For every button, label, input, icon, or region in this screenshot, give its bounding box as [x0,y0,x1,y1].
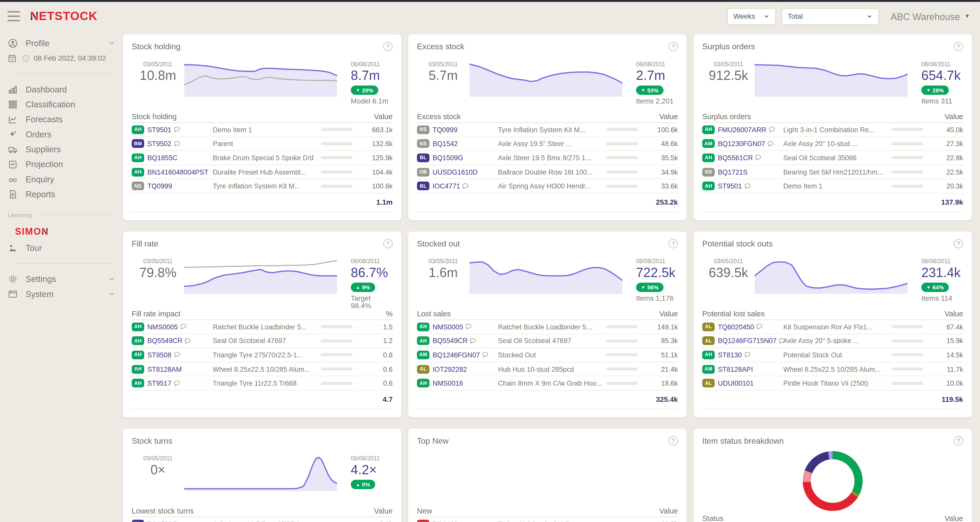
item-description: Tyre Inflation System Kit M... [213,182,321,190]
stat-sub-label: Items 2,201 [636,97,678,105]
item-value: 48.6k [643,140,678,148]
comment-bubble-icon[interactable] [767,138,774,145]
item-code-link[interactable]: NMS0016 [433,379,463,387]
item-code-link[interactable]: UDUI00101 [718,379,754,387]
item-code-link[interactable]: TQ6020450 [718,323,754,330]
comment-bubble-icon[interactable] [469,336,477,343]
status-badge: AH [132,168,144,176]
sidebar-item-projection[interactable]: Projection [0,157,123,171]
comment-bubble-icon[interactable] [756,322,763,328]
start-value: 912.5k [702,68,755,83]
item-code-link[interactable]: BQ1246FGN07 [433,351,480,359]
sidebar-item-classification[interactable]: Classification [0,97,123,112]
item-code-link[interactable]: ST8128API [718,365,753,373]
item-code-link[interactable]: BQ5561CR [718,154,753,162]
item-code-link[interactable]: BQ4461 [433,520,458,522]
item-code-link[interactable]: ST8130 [718,351,742,359]
comment-bubble-icon[interactable] [173,350,180,357]
table-label: Lost sales [417,309,450,318]
item-code-link[interactable]: BQ1542 [433,140,458,148]
caret-down-icon: ▼ [964,13,970,19]
comment-bubble-icon[interactable] [744,350,751,357]
status-badge: AH [702,182,715,190]
item-code-link[interactable]: BQ1509G [147,520,178,522]
comment-bubble-icon[interactable] [173,378,180,385]
item-code-link[interactable]: ST8128AM [147,365,181,373]
scope-select[interactable]: Total [781,8,879,25]
item-code-link[interactable]: ST9501 [718,182,742,190]
comment-bubble-icon[interactable] [465,322,472,328]
item-code-link[interactable]: BQ1230FGN07 [718,140,765,148]
item-code-link[interactable]: BQ1855C [147,154,177,162]
menu-icon[interactable] [8,11,20,21]
item-code-link[interactable]: TQ0999 [147,182,172,190]
warehouse-dropdown[interactable]: ABC Warehouse▼ [891,11,970,22]
item-code-link[interactable]: NMS0005 [433,323,463,330]
item-code-link[interactable]: BQ1509G [433,154,463,162]
comment-bubble-icon[interactable] [768,124,775,131]
sidebar-item-forecasts[interactable]: Forecasts [0,112,123,127]
item-code-link[interactable]: BN1416048004PST [147,168,208,176]
table-row: AH ST9501 Demo Item 1 663.1k [132,123,393,137]
start-stat: 03/05/2011 912.5k [702,59,755,97]
comment-bubble-icon[interactable] [744,181,751,188]
item-code-link[interactable]: ST9508 [147,351,171,359]
help-icon[interactable]: ? [668,42,678,51]
item-code-link[interactable]: BQ5549CR [147,337,182,344]
help-icon[interactable]: ? [668,436,678,446]
help-icon[interactable]: ? [383,239,393,248]
value-bar [321,128,352,131]
help-icon[interactable]: ? [954,42,963,51]
item-code-link[interactable]: IOT292282 [433,365,467,373]
item-code-link[interactable]: BQ1246FG715N07 [718,337,776,344]
comment-bubble-icon[interactable] [180,322,187,328]
comment-bubble-icon[interactable] [462,181,469,188]
dashboard-card: Stock holding ? 03/05/2011 10.8m 08/08/2… [123,34,401,220]
status-badge: AH [702,154,715,162]
comment-bubble-icon[interactable] [173,138,180,145]
comment-bubble-icon[interactable] [173,124,180,131]
sidebar-item-system[interactable]: System [0,286,123,301]
status-badge: AH [132,336,144,345]
help-icon[interactable]: ? [954,436,963,446]
item-code-link[interactable]: BQ1721S [718,168,748,176]
table-value-label: Value [945,309,963,318]
item-description: Wheel 8.25x22.5 10/285 Alum... [783,365,891,373]
item-code-link[interactable]: ST9501 [147,126,171,133]
comment-bubble-icon[interactable] [482,350,488,357]
sidebar-item-enquiry[interactable]: Enquiry [0,171,123,186]
item-code-link[interactable]: ST9517 [147,379,171,387]
item-code-link[interactable]: IOC4771 [433,182,460,190]
item-description: Tyre Inflation System Kit M... [498,126,606,133]
sidebar-item-orders[interactable]: Orders [0,127,123,141]
sidebar-item-label: Profile [26,38,49,48]
comment-bubble-icon[interactable] [184,336,191,343]
value-bar [606,156,638,159]
help-icon[interactable]: ? [954,239,963,248]
period-select[interactable]: Weeks [727,8,776,25]
dashboard-card: Stocked out ? 03/05/2011 1.6m 08/08/2011… [408,231,687,417]
sparkline-chart [184,454,337,491]
value-bar [891,354,923,357]
comment-bubble-icon[interactable] [755,152,762,159]
sidebar-item-settings[interactable]: Settings [0,271,123,286]
item-description: Chain 8mm X 9m C/w Grab Hoo... [498,379,606,387]
item-code-link[interactable]: TQ0999 [433,126,458,133]
table-value-label: Value [374,112,393,121]
comment-bubble-icon[interactable] [779,336,786,343]
help-icon[interactable]: ? [383,42,393,51]
sidebar-item-reports[interactable]: Reports [0,187,123,202]
sidebar-item-tour[interactable]: Tour [0,240,123,255]
simon-logo[interactable]: SIMON [15,226,123,236]
sidebar-item-dashboard[interactable]: Dashboard [0,82,123,97]
app-window: NETSTOCK Weeks Total ABC Warehouse▼ Prof… [0,0,980,522]
help-icon[interactable]: ? [668,239,678,248]
sidebar-item-suppliers[interactable]: Suppliers [0,142,123,157]
item-code-link[interactable]: BQ5549CR [433,337,468,344]
item-code-link[interactable]: FMU26007ARR [718,126,766,133]
item-code-link[interactable]: UUSDG1610D [433,168,477,176]
item-code-link[interactable]: ST9502 [147,140,171,148]
item-code-link[interactable]: NMS0005 [147,323,178,330]
sidebar-item-profile[interactable]: Profile [0,36,123,51]
item-value: 104.4k [358,168,393,176]
